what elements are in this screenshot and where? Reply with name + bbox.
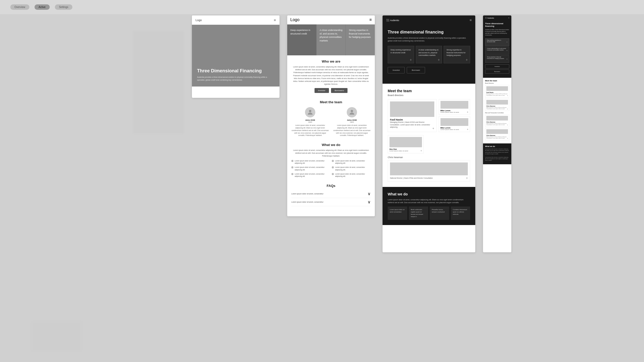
- card2-wwd-dot-2: [332, 160, 334, 162]
- card3-risk-2-desc: Lorem ipsum dolor sit amet: [440, 129, 469, 130]
- card3-logo: ⬛ Audentio: [386, 19, 399, 22]
- card4-feature-2[interactable]: A close understanding of, and access to …: [485, 47, 509, 55]
- card2-wwd-grid: Lorem ipsum dolor sit amet, consectetur …: [291, 160, 371, 178]
- card2-menu-icon[interactable]: ≡: [369, 18, 372, 22]
- card3-wwd-4: Curabitur elementum quam eu ultrices veh…: [451, 206, 470, 220]
- card4-hero: Three dimensional financing Audentia pro…: [483, 20, 511, 78]
- nav-pill-3[interactable]: Settings: [55, 4, 72, 10]
- card2-investor-btn[interactable]: Investor: [315, 88, 329, 93]
- card1-nav: Logo ≡: [192, 15, 279, 25]
- card4-member-1-desc: Managing Director | Head of ESG and Dire…: [486, 93, 508, 96]
- card4-member-3-img: [486, 116, 508, 120]
- card3-investor-btn[interactable]: Investor: [388, 67, 405, 73]
- card3-menu-icon[interactable]: ≡: [470, 18, 472, 22]
- card2-wwd-item-2: Lorem ipsum dolor sit amet, consectetur …: [332, 160, 371, 165]
- card3-risk-1: Mike Lorem Lorem ipsum dolor sit amet +: [439, 99, 470, 115]
- card4-member-1: Fasil Nasim Managing Director | Head of …: [485, 85, 509, 97]
- card3-risk-members-col: Mike Lorem Lorem ipsum dolor sit amet + …: [439, 99, 470, 132]
- nav-pill-1[interactable]: Overview: [10, 4, 29, 10]
- card4-member-4: Chris Newman National Director | Head of…: [485, 128, 509, 140]
- card2-wwd-title: What we do: [291, 143, 371, 147]
- card3-feature-2-plus[interactable]: +: [438, 58, 440, 62]
- card3-fasil-name: Fasil Nasim: [390, 118, 434, 121]
- top-navigation: Overview Active Settings: [0, 0, 644, 14]
- card2-feature-3: Strong expertise in financial instrument…: [346, 24, 375, 55]
- card4-member-1-img: [486, 86, 508, 91]
- card4-feature-1-plus: +: [506, 41, 507, 43]
- card2-wwd-dot-4: [332, 166, 334, 168]
- card2-faq-1[interactable]: Lorem ipsum dolor sit amet, consectetur …: [291, 190, 371, 198]
- card3-wwd-1-text: Lorem ipsum dolor sit amet consectetur: [390, 209, 405, 213]
- card4-feature-3[interactable]: Strong expertise in financial instrument…: [485, 55, 509, 63]
- card4-member-2-desc: National Director | Head of Risk and Dir…: [486, 107, 508, 110]
- card3-wwd-4-title: Curabitur elementum quam eu ultrices veh…: [453, 209, 468, 216]
- card2-borrower-btn[interactable]: Borrowers: [331, 88, 348, 93]
- card3-fasil-plus[interactable]: +: [432, 127, 434, 130]
- card3-wwd-2: Morbi sollicitudin sagittis quam et laor…: [409, 206, 428, 220]
- blurred-card-bottom: [31, 321, 82, 352]
- card1-menu-icon[interactable]: ≡: [274, 18, 276, 22]
- card3-hero: Three dimensional financing Audentia pro…: [383, 25, 475, 84]
- card2-meet-team: Meet the team John DOE CEO Lorem ipsum d…: [287, 97, 375, 140]
- card2-member-2: John DOE CEO Lorem ipsum dolor sit amet,…: [333, 107, 371, 137]
- card4-borrower-btn[interactable]: Borrowers: [485, 70, 509, 74]
- card2-feature-2-text: A close understanding of, and access to,…: [320, 29, 343, 42]
- card3-wwd-3-title: Phasellus luctus, semper ut physical: [432, 209, 447, 213]
- card2-wwd-item-6-text: Lorem ipsum dolor sit amet, consectetur …: [335, 173, 371, 178]
- card-mobile: ⬛ Audentio ≡ Three dimensional financing…: [483, 15, 511, 252]
- card3-board-row: Fasil Nasim Managing Director | Head of …: [388, 99, 470, 132]
- card3-fasil-img: [390, 101, 434, 117]
- card2-wwd-item-4: Lorem ipsum dolor sit amet, consectetur …: [332, 166, 371, 171]
- card1-hero: Three Dimensional Financing Audentia pro…: [192, 25, 279, 87]
- card3-borrower-btn[interactable]: Borrower: [407, 67, 425, 73]
- card3-feature-1-plus[interactable]: +: [410, 58, 412, 62]
- card3-wwd-title: What we do: [388, 192, 470, 196]
- card3-risk-1-plus[interactable]: +: [467, 111, 468, 114]
- card4-member-4-plus[interactable]: +: [507, 137, 508, 139]
- card3-risk-1-img: [440, 101, 469, 109]
- card4-feature-1[interactable]: Deep working experience in structured cr…: [485, 38, 509, 46]
- card3-feature-1: Deep working experience in structured cr…: [388, 46, 414, 63]
- card2-faq-2[interactable]: Lorem ipsum dolor sit amet, consectetur …: [291, 198, 371, 206]
- card3-risk-1-desc: Lorem ipsum dolor sit amet: [440, 111, 469, 113]
- card3-fasil-card: Fasil Nasim Managing Director | Head of …: [388, 99, 437, 132]
- card2-member-1-name: John DOE: [305, 119, 315, 121]
- card4-meet-title: Meet the team: [485, 80, 509, 82]
- card3-dev-name: Dev One: [389, 148, 422, 150]
- card4-member-3-plus[interactable]: +: [507, 124, 508, 126]
- card4-investor-btn[interactable]: Investors: [485, 64, 509, 68]
- card3-feature-2: A close understanding of, and access to,…: [416, 46, 442, 63]
- card4-member-2-img: [486, 100, 508, 105]
- card3-dev-plus[interactable]: +: [420, 149, 422, 152]
- nav-pill-2[interactable]: Active: [35, 4, 50, 10]
- card3-chris-board-name: Chris Newman: [388, 156, 470, 159]
- card4-features: Deep working experience in structured cr…: [485, 38, 509, 63]
- card2-member-2-bio: Lorem ipsum dolor sit amet, consectetur …: [333, 124, 371, 137]
- card2-wwd-item-2-text: Lorem ipsum dolor sit amet, consectetur …: [335, 160, 371, 165]
- card4-board-label: Board directors: [485, 82, 509, 84]
- card4-member-2-plus[interactable]: +: [507, 108, 508, 110]
- card4-member-1-plus[interactable]: +: [507, 95, 508, 97]
- card3-wwd-grid: Lorem ipsum dolor sit amet consectetur M…: [388, 206, 470, 220]
- card3-wwd-1: Lorem ipsum dolor sit amet consectetur: [388, 206, 407, 220]
- svg-point-0: [309, 110, 311, 112]
- card4-feature-1-text: Deep working experience in structured cr…: [487, 40, 506, 43]
- card3-risk-2-plus[interactable]: +: [467, 128, 468, 131]
- card1-title: Three Dimensional Financing: [197, 68, 274, 74]
- card3-what-we-do: What we do Lorem ipsum dolor sit amet, c…: [383, 187, 475, 225]
- card3-dev-card: Dev One Lorem ipsum dolor sit amet +: [388, 135, 424, 153]
- card2-member-1-bio: Lorem ipsum dolor sit amet, consectetur …: [291, 124, 329, 137]
- card4-menu-icon[interactable]: ≡: [508, 17, 509, 19]
- card2-feature-1-text: Deep experience in structured credit: [290, 29, 313, 36]
- card3-risk-2-name: Mike Lorem: [440, 127, 469, 129]
- card3-dev-desc: Lorem ipsum dolor sit amet: [389, 150, 422, 152]
- card4-logo: Audentio: [487, 17, 494, 19]
- card3-feature-3-plus[interactable]: +: [466, 58, 468, 62]
- card2-member-1: John DOE CEO Lorem ipsum dolor sit amet,…: [291, 107, 329, 137]
- card3-chris-plus[interactable]: +: [466, 176, 468, 180]
- card2-nav: Logo ≡: [287, 15, 375, 24]
- card2-feature-1: Deep experience in structured credit: [287, 24, 316, 55]
- card3-wwd-3: Phasellus luctus, semper ut physical: [430, 206, 449, 220]
- card1-logo: Logo: [196, 19, 202, 22]
- card2-wwd-dot-6: [332, 173, 334, 175]
